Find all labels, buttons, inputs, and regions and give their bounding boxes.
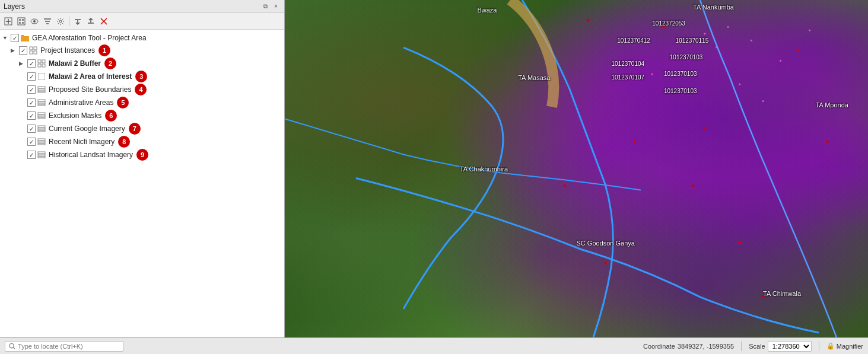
layer-item-project-instances[interactable]: ▶ Project Instances 1 (0, 44, 284, 57)
expand-arrow[interactable]: ▶ (19, 60, 27, 66)
number-label-1012370103c: 1012370103 (664, 88, 697, 94)
scale-display: Scale 1:278360 1:100000 1:50000 1:25000 (749, 341, 812, 352)
layer-label-malawi2-aoi: Malawi 2 Area of Interest (49, 72, 132, 81)
svg-rect-5 (22, 19, 24, 21)
layer-checkbox-current-google[interactable] (27, 125, 36, 133)
label-ta-nankumba: TA Nankumba (693, 4, 734, 11)
layer-checkbox-gea-root[interactable] (11, 34, 19, 42)
badge-4: 4 (135, 84, 147, 95)
layer-item-current-google[interactable]: Current Google Imagery 7 (0, 122, 284, 135)
layer-item-historical-landsat[interactable]: Historical Landsat Imagery 9 (0, 148, 284, 161)
layer-label-proposed-site: Proposed Site Boundaries (49, 85, 131, 94)
svg-rect-21 (34, 47, 37, 50)
add-layer-button[interactable] (2, 15, 14, 27)
layer-item-exclusion-masks[interactable]: Exclusion Masks 6 (0, 109, 284, 122)
layer-item-malawi2-buffer[interactable]: ▶ Malawi 2 Buffer 2 (0, 57, 284, 70)
layer-item-malawi2-aoi[interactable]: Malawi 2 Area of Interest 3 (0, 70, 284, 83)
layer-item-admin-areas[interactable]: Administrative Areas 5 (0, 96, 284, 109)
svg-rect-40 (38, 130, 45, 132)
svg-rect-30 (38, 89, 45, 91)
layer-item-gea-root[interactable]: ▼ GEA Aforestation Tool - Project Area (0, 32, 284, 44)
layer-item-recent-nicfi[interactable]: Recent Nicfi Imagery 8 (0, 135, 284, 148)
svg-rect-46 (38, 157, 45, 158)
badge-8: 8 (118, 136, 130, 148)
svg-rect-7 (22, 22, 24, 24)
layer-label-malawi2-buffer: Malawi 2 Buffer (49, 59, 101, 68)
layer-stack-icon-4 (37, 124, 46, 133)
number-label-1012370115: 1012370115 (676, 37, 709, 44)
show-layer-button[interactable] (28, 15, 40, 27)
layer-checkbox-malawi2-aoi[interactable] (27, 72, 36, 81)
layer-checkbox-historical-landsat[interactable] (27, 151, 36, 159)
svg-rect-6 (19, 22, 21, 24)
number-label-1012370103a: 1012370103 (670, 54, 703, 60)
svg-point-47 (9, 343, 14, 347)
layer-stack-icon-2 (37, 98, 46, 107)
blue-lines-overlay (285, 0, 868, 337)
filter-button[interactable] (42, 15, 53, 27)
layer-checkbox-admin-areas[interactable] (27, 98, 36, 107)
svg-rect-4 (19, 19, 21, 21)
badge-6: 6 (105, 110, 117, 122)
layer-checkbox-recent-nicfi[interactable] (27, 138, 36, 146)
expand-arrow[interactable]: ▼ (2, 35, 11, 41)
layer-label-project-instances: Project Instances (40, 46, 95, 55)
status-bar: Coordinate 3849327, -1599355 Scale 1:278… (0, 337, 868, 354)
svg-rect-33 (38, 102, 45, 104)
svg-rect-24 (38, 60, 41, 63)
move-down-button[interactable] (72, 15, 84, 27)
svg-rect-38 (38, 126, 45, 127)
layer-checkbox-proposed-site[interactable] (27, 85, 36, 94)
coordinate-label: Coordinate (643, 343, 675, 350)
svg-rect-27 (42, 64, 45, 67)
layer-checkbox-project-instances[interactable] (19, 46, 27, 55)
grid-icon-2 (37, 59, 46, 68)
remove-layer-button[interactable] (98, 15, 110, 27)
magnifier-label: Magnifier (837, 343, 863, 350)
locate-input[interactable] (18, 343, 119, 350)
layer-checkbox-malawi2-buffer[interactable] (27, 59, 36, 68)
expand-arrow[interactable]: ▶ (11, 47, 19, 53)
layers-toolbar (0, 13, 284, 30)
scale-label: Scale (749, 343, 765, 350)
svg-rect-20 (30, 47, 33, 50)
locate-search[interactable] (5, 341, 123, 352)
number-label-1012372053: 1012372053 (652, 20, 685, 27)
svg-rect-35 (38, 113, 45, 114)
folder-icon (20, 33, 30, 43)
layer-item-proposed-site[interactable]: Proposed Site Boundaries 4 (0, 83, 284, 96)
label-ta-chimwala: TA Chimwala (763, 290, 801, 297)
badge-1: 1 (98, 44, 110, 56)
svg-rect-44 (38, 152, 45, 154)
settings-button[interactable] (55, 15, 66, 27)
svg-line-48 (13, 347, 15, 349)
layer-stack-icon-3 (37, 111, 46, 120)
svg-rect-34 (38, 104, 45, 106)
layer-label-gea-root: GEA Aforestation Tool - Project Area (32, 34, 147, 42)
search-icon (9, 343, 15, 350)
svg-rect-32 (38, 100, 45, 101)
move-up-button[interactable] (85, 15, 97, 27)
layer-stack-icon-5 (37, 137, 46, 146)
layer-stack-icon-6 (37, 150, 46, 160)
svg-rect-37 (38, 117, 45, 119)
layers-panel: Layers ⧉ × (0, 0, 285, 337)
scale-select[interactable]: 1:278360 1:100000 1:50000 1:25000 (768, 341, 812, 352)
close-panel-icon[interactable]: × (271, 2, 281, 11)
label-bwaza: Bwaza (477, 7, 497, 14)
layers-tree: ▼ GEA Aforestation Tool - Project Area ▶… (0, 30, 284, 337)
svg-rect-36 (38, 115, 45, 117)
add-group-button[interactable] (15, 15, 27, 27)
badge-2: 2 (104, 58, 116, 69)
svg-rect-31 (38, 91, 45, 93)
number-label-1012370103b: 1012370103 (664, 71, 697, 77)
svg-rect-25 (42, 60, 45, 63)
map-area[interactable]: Bwaza TA Nankumba TA Masasa TA Mponda TA… (285, 0, 868, 337)
number-label-1012370107: 1012370107 (611, 74, 644, 81)
layer-checkbox-exclusion-masks[interactable] (27, 111, 36, 120)
float-icon[interactable]: ⧉ (260, 2, 270, 11)
label-ta-chakhumbira: TA Chakhumbira (460, 165, 508, 173)
layer-label-admin-areas: Administrative Areas (49, 98, 113, 107)
svg-rect-42 (38, 141, 45, 143)
badge-7: 7 (129, 123, 141, 135)
